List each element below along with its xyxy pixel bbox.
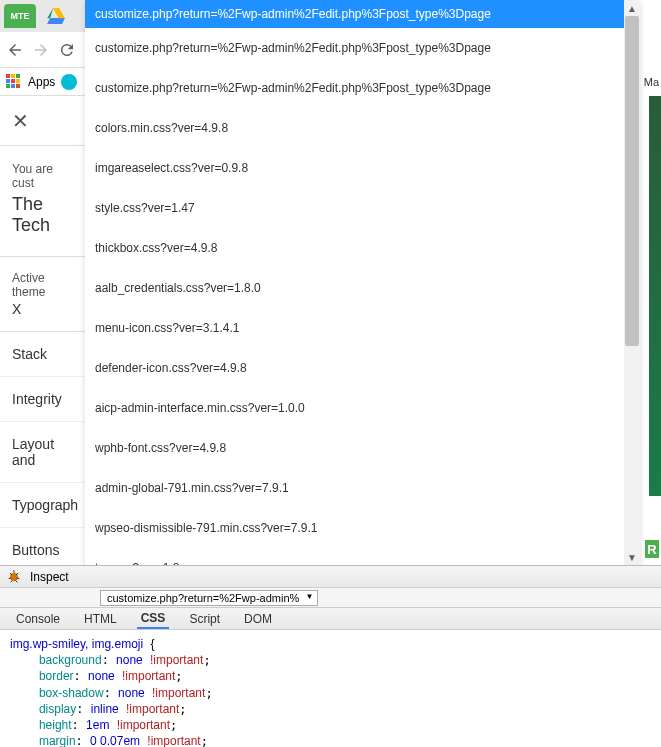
- css-code-view[interactable]: img.wp-smiley, img.emoji { background: n…: [0, 630, 661, 747]
- active-theme-name: X: [12, 301, 73, 317]
- back-icon[interactable]: [6, 41, 24, 59]
- customizer-site-title: The Tech: [12, 194, 73, 236]
- devtools-path-bar: customize.php?return=%2Fwp-admin%: [0, 588, 661, 608]
- dropdown-item[interactable]: admin-global-791.min.css?ver=7.9.1: [85, 468, 640, 508]
- scroll-thumb[interactable]: [625, 16, 639, 346]
- customizer-section[interactable]: Stack: [0, 332, 85, 377]
- close-icon[interactable]: ✕: [12, 109, 29, 133]
- devtools-tab-console[interactable]: Console: [12, 610, 64, 628]
- active-theme-label: Active theme: [12, 271, 73, 299]
- customizer-active-theme[interactable]: Active theme X: [0, 257, 85, 332]
- dropdown-item[interactable]: tco.css?ver=1.0: [85, 548, 640, 565]
- dropdown-item[interactable]: defender-icon.css?ver=4.9.8: [85, 348, 640, 388]
- dropdown-list[interactable]: customize.php?return=%2Fwp-admin%2Fedit.…: [85, 0, 640, 565]
- customizer-info-text: You are cust: [12, 162, 73, 190]
- customizer-info: You are cust The Tech: [0, 146, 85, 257]
- google-drive-icon: [47, 8, 65, 24]
- browser-nav-bar: [0, 32, 85, 68]
- scrollbar[interactable]: ▲ ▼: [624, 0, 640, 565]
- dropdown-item[interactable]: menu-icon.css?ver=3.1.4.1: [85, 308, 640, 348]
- customizer-section[interactable]: Layout and: [0, 422, 85, 483]
- wp-customizer-sidebar: ✕ You are cust The Tech Active theme X S…: [0, 96, 85, 618]
- customizer-section[interactable]: Integrity: [0, 377, 85, 422]
- stylesheet-selector[interactable]: customize.php?return=%2Fwp-admin%: [100, 590, 318, 606]
- dropdown-item[interactable]: customize.php?return=%2Fwp-admin%2Fedit.…: [85, 0, 640, 28]
- devtools-tab-dom[interactable]: DOM: [240, 610, 276, 628]
- firebug-icon[interactable]: [6, 569, 22, 585]
- dropdown-item[interactable]: aicp-admin-interface.min.css?ver=1.0.0: [85, 388, 640, 428]
- dropdown-item[interactable]: style.css?ver=1.47: [85, 188, 640, 228]
- bookmark-badge[interactable]: [61, 74, 77, 90]
- devtools-tabs: ConsoleHTMLCSSScriptDOM: [0, 608, 661, 630]
- svg-marker-2: [47, 18, 64, 24]
- devtools-panel: Inspect customize.php?return=%2Fwp-admin…: [0, 565, 661, 747]
- tab-google-drive[interactable]: [40, 4, 72, 28]
- dropdown-item[interactable]: customize.php?return=%2Fwp-admin%2Fedit.…: [85, 28, 640, 68]
- dropdown-item[interactable]: colors.min.css?ver=4.9.8: [85, 108, 640, 148]
- preview-pane-edge: [649, 96, 661, 496]
- browser-tab-bar: MTE: [0, 0, 85, 32]
- preview-badge: R: [645, 540, 659, 558]
- devtools-toolbar: Inspect: [0, 566, 661, 588]
- dropdown-item[interactable]: thickbox.css?ver=4.9.8: [85, 228, 640, 268]
- reload-icon[interactable]: [58, 41, 76, 59]
- tab-mte[interactable]: MTE: [4, 4, 36, 28]
- devtools-tab-css[interactable]: CSS: [137, 609, 170, 629]
- scroll-down-icon[interactable]: ▼: [624, 549, 640, 565]
- inspect-button[interactable]: Inspect: [30, 570, 69, 584]
- forward-icon[interactable]: [32, 41, 50, 59]
- devtools-tab-script[interactable]: Script: [185, 610, 224, 628]
- dropdown-item[interactable]: wphb-font.css?ver=4.9.8: [85, 428, 640, 468]
- bookmark-bar: Apps: [0, 68, 85, 96]
- customizer-section[interactable]: Typograph: [0, 483, 85, 528]
- stylesheet-dropdown: customize.php?return=%2Fwp-admin%2Fedit.…: [85, 0, 640, 565]
- customizer-header: ✕: [0, 96, 85, 146]
- dropdown-item[interactable]: wpseo-dismissible-791.min.css?ver=7.9.1: [85, 508, 640, 548]
- apps-grid-icon[interactable]: [6, 74, 22, 90]
- preview-text-fragment: Ma: [644, 76, 659, 88]
- devtools-tab-html[interactable]: HTML: [80, 610, 121, 628]
- apps-label[interactable]: Apps: [28, 75, 55, 89]
- scroll-up-icon[interactable]: ▲: [624, 0, 640, 16]
- dropdown-item[interactable]: imgareaselect.css?ver=0.9.8: [85, 148, 640, 188]
- dropdown-item[interactable]: aalb_credentials.css?ver=1.8.0: [85, 268, 640, 308]
- dropdown-item[interactable]: customize.php?return=%2Fwp-admin%2Fedit.…: [85, 68, 640, 108]
